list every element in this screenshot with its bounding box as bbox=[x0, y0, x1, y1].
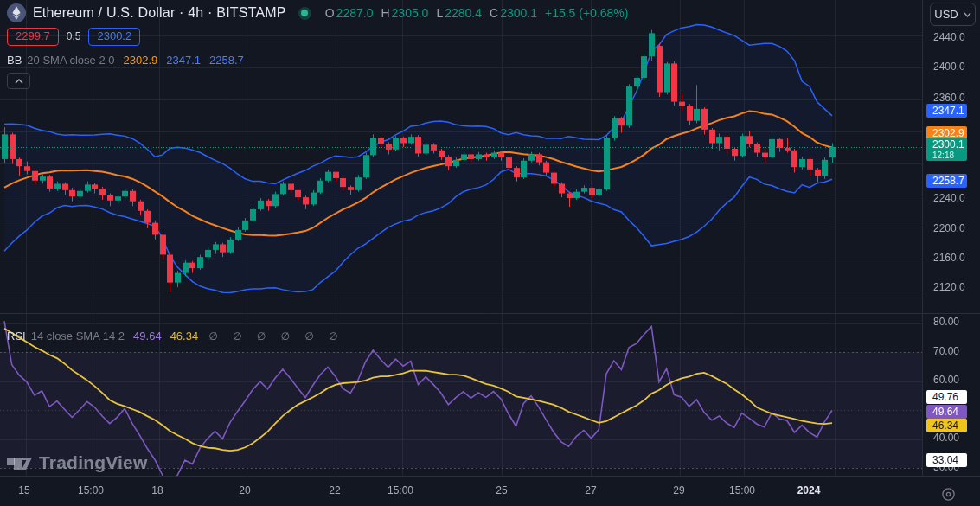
price-scale-label: 2440.0 bbox=[933, 31, 965, 43]
tradingview-watermark: TradingView bbox=[7, 452, 148, 473]
rsi-null-values: ∅ ∅ ∅ ∅ ∅ ∅ bbox=[208, 330, 343, 343]
rsi-legend-name: RSI bbox=[7, 330, 26, 343]
scale-settings-icon[interactable] bbox=[940, 486, 956, 502]
price-scale-label: 2240.0 bbox=[933, 192, 965, 204]
watermark-text: TradingView bbox=[39, 452, 148, 473]
bid-button[interactable]: 2299.7 bbox=[7, 28, 59, 46]
bb-legend-name: BB bbox=[7, 54, 22, 67]
bb-legend[interactable]: BB 20 SMA close 2 0 2302.9 2347.1 2258.7 bbox=[7, 54, 244, 67]
time-label: 15:00 bbox=[388, 484, 413, 496]
close-value: 2300.1 bbox=[500, 6, 537, 20]
currency-label: USD bbox=[934, 8, 958, 21]
rsi-scale-label: 40.00 bbox=[933, 432, 959, 444]
time-label: 25 bbox=[496, 484, 507, 496]
symbol-header[interactable]: Ethereum / U.S. Dollar · 4h · BITSTAMP O… bbox=[7, 3, 628, 23]
price-badge: 2258.7 bbox=[926, 174, 967, 188]
rsi-legend[interactable]: RSI 14 close SMA 14 2 49.64 46.34 ∅ ∅ ∅ … bbox=[7, 330, 344, 343]
rsi-scale-label: 60.00 bbox=[933, 374, 959, 386]
scale-header-divider bbox=[923, 29, 980, 29]
time-label: 20 bbox=[239, 484, 250, 496]
time-label: 22 bbox=[329, 484, 340, 496]
rsi-badge: 33.04 bbox=[926, 453, 967, 467]
rsi-badge: 46.34 bbox=[926, 419, 967, 432]
bb-upper-value: 2347.1 bbox=[166, 54, 201, 67]
ohlc-values: O2287.0 H2305.0 L2280.4 C2300.1 +15.5 (+… bbox=[325, 6, 629, 20]
currency-selector-button[interactable]: USD bbox=[930, 3, 976, 26]
ask-button[interactable]: 2300.2 bbox=[88, 28, 140, 46]
price-badge: 2300.112:18 bbox=[926, 138, 967, 161]
high-value: 2305.0 bbox=[392, 6, 429, 20]
time-label: 15:00 bbox=[729, 484, 755, 496]
price-scale-label: 2120.0 bbox=[933, 281, 965, 293]
market-status-icon[interactable] bbox=[298, 7, 311, 20]
chart-canvas[interactable] bbox=[0, 0, 980, 506]
ethereum-logo-icon bbox=[7, 3, 26, 22]
time-label: 2024 bbox=[797, 484, 821, 496]
price-badge: 2347.1 bbox=[926, 104, 967, 118]
rsi-ma-value: 46.34 bbox=[170, 330, 199, 343]
rsi-legend-params: 14 close SMA 14 2 bbox=[31, 330, 125, 343]
chevron-up-icon bbox=[15, 79, 23, 84]
price-scale-label: 2200.0 bbox=[933, 222, 965, 234]
symbol-title[interactable]: Ethereum / U.S. Dollar · 4h · BITSTAMP bbox=[33, 5, 286, 21]
price-scale[interactable]: 2440.02400.02360.02240.02200.02160.02120… bbox=[922, 0, 980, 476]
time-label: 29 bbox=[673, 484, 684, 496]
price-scale-label: 2400.0 bbox=[933, 61, 965, 73]
bb-basis-value: 2302.9 bbox=[124, 54, 158, 67]
tradingview-logo-icon bbox=[7, 453, 33, 472]
quote-row: 2299.7 0.5 2300.2 bbox=[7, 28, 140, 45]
rsi-scale-label: 80.00 bbox=[933, 316, 959, 328]
time-axis[interactable]: 1515:0018202215:0025272915:002024 bbox=[0, 476, 980, 506]
time-label: 15:00 bbox=[78, 484, 104, 496]
price-scale-label: 2360.0 bbox=[933, 92, 965, 104]
rsi-badge: 49.64 bbox=[926, 405, 967, 419]
chevron-down-icon bbox=[964, 12, 971, 17]
time-label: 27 bbox=[585, 484, 596, 496]
price-scale-label: 2160.0 bbox=[933, 252, 965, 264]
time-label: 18 bbox=[151, 484, 163, 496]
change-value: +15.5 (+0.68%) bbox=[545, 6, 629, 20]
time-label: 15 bbox=[18, 484, 29, 496]
collapse-legend-button[interactable] bbox=[7, 73, 30, 89]
chart-window: Ethereum / U.S. Dollar · 4h · BITSTAMP O… bbox=[0, 0, 980, 506]
bb-legend-params: 20 SMA close 2 0 bbox=[27, 54, 114, 67]
rsi-value: 49.64 bbox=[133, 330, 162, 343]
spread-value: 0.5 bbox=[67, 30, 81, 42]
low-value: 2280.4 bbox=[445, 6, 482, 20]
rsi-scale-label: 70.00 bbox=[933, 345, 959, 357]
open-value: 2287.0 bbox=[336, 6, 374, 20]
rsi-badge: 49.76 bbox=[926, 390, 967, 404]
bb-lower-value: 2258.7 bbox=[209, 54, 244, 67]
